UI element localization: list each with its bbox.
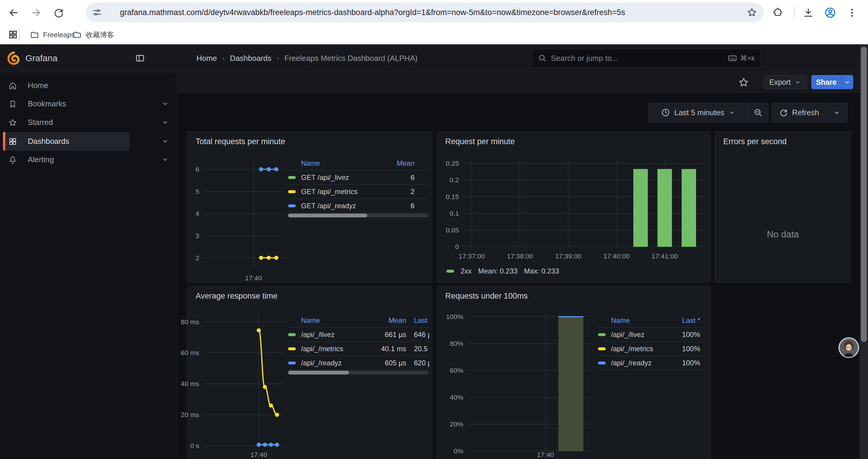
apps-grid-icon	[8, 30, 18, 40]
series-name: 2xx	[461, 267, 471, 275]
chevron-down-icon[interactable]	[161, 156, 169, 163]
bookmarks-bar: Freeleaps 收藏博客	[0, 25, 868, 44]
extensions-button[interactable]	[772, 6, 785, 19]
svg-text:80 ms: 80 ms	[181, 318, 199, 326]
search-input[interactable]: Search or jump to... ⌘+k	[532, 49, 761, 67]
export-button[interactable]: Export	[764, 75, 807, 89]
breadcrumb: Home › Dashboards › Freeleaps Metrics Da…	[196, 44, 417, 72]
panel-errors-per-second: Errors per second No data	[715, 131, 851, 283]
floating-assistant-avatar[interactable]	[838, 337, 859, 358]
profile-button[interactable]	[824, 6, 837, 19]
svg-text:4: 4	[195, 210, 199, 218]
legend-row: /api/_/readyz605 µs620 µs	[288, 356, 429, 370]
grafana-header: Grafana Home › Dashboards › Freeleaps Me…	[0, 44, 868, 72]
legend-row: /api/_/metrics40.1 ms20.5 ms	[288, 342, 429, 356]
zoom-out-button[interactable]	[748, 103, 768, 122]
share-split-button: Share	[811, 75, 853, 89]
toolbar-divider	[794, 6, 795, 19]
bookmark-icon	[8, 100, 17, 108]
sidebar-item-home[interactable]: Home	[3, 76, 129, 95]
apps-button[interactable]	[6, 28, 20, 41]
export-label: Export	[769, 78, 790, 87]
back-icon	[8, 7, 20, 19]
legend-row: GET /api/_livez6	[288, 170, 429, 185]
sidebar-item-alerting[interactable]: Alerting	[3, 150, 129, 169]
sidebar-item-dashboards[interactable]: Dashboards	[3, 132, 129, 151]
breadcrumb-current: Freeleaps Metrics Dashboard (ALPHA)	[284, 54, 418, 63]
legend-table[interactable]: NameMeanGET /api/_livez6GET /api/_metric…	[288, 156, 429, 213]
legend-row[interactable]: 2xx Mean: 0.233 Max: 0.233	[446, 267, 559, 275]
bookmark-star-icon[interactable]	[747, 7, 757, 18]
panel-requests-under-100ms: Requests under 100ms 0%20%40%60%80%100%1…	[437, 286, 711, 459]
bookmark-label: 收藏博客	[86, 30, 114, 40]
chevron-down-icon[interactable]	[161, 137, 169, 145]
svg-text:80%: 80%	[450, 340, 463, 347]
extensions-puzzle-icon	[773, 7, 783, 18]
sidebar-item-label: Bookmarks	[28, 99, 66, 108]
chevron-down-icon	[794, 78, 801, 86]
brand-name[interactable]: Grafana	[25, 44, 57, 72]
legend-scrollbar[interactable]	[288, 214, 428, 218]
kebab-menu-icon	[847, 7, 857, 18]
chevron-down-icon[interactable]	[161, 100, 169, 107]
profile-icon	[824, 7, 836, 19]
breadcrumb-home[interactable]: Home	[196, 54, 217, 63]
time-range-label: Last 5 minutes	[674, 108, 724, 117]
chart-request-per-minute[interactable]: 00.050.10.150.20.2517:37:0017:38:0017:39…	[437, 132, 710, 282]
svg-text:6: 6	[195, 165, 199, 173]
forward-icon	[30, 7, 42, 19]
svg-text:17:40: 17:40	[537, 451, 554, 458]
grafana-logo[interactable]	[7, 52, 21, 65]
legend-row: /api/_/metrics100%	[598, 342, 704, 356]
favorite-star-button[interactable]	[738, 77, 749, 88]
chevron-down-icon[interactable]	[161, 119, 169, 126]
breadcrumb-dashboards[interactable]: Dashboards	[230, 54, 271, 63]
reload-button[interactable]	[52, 6, 65, 19]
scrollbar-thumb[interactable]	[861, 47, 867, 342]
browser-menu-button[interactable]	[845, 6, 859, 19]
legend-scrollbar[interactable]	[288, 371, 428, 374]
time-range-group: Last 5 minutes	[648, 102, 768, 123]
svg-text:17:40: 17:40	[245, 274, 262, 282]
svg-text:60%: 60%	[450, 366, 463, 374]
browser-toolbar: grafana.mathmast.com/d/deytv4rwavabkb/fr…	[0, 0, 868, 25]
site-settings-icon[interactable]	[92, 7, 102, 18]
dock-sidebar-toggle-icon[interactable]	[135, 54, 145, 63]
legend-row: /api/_/readyz100%	[598, 356, 704, 370]
sidebar-item-starred[interactable]: Starred	[3, 113, 129, 132]
sidebar-item-bookmarks[interactable]: Bookmarks	[3, 95, 129, 113]
share-dropdown-button[interactable]	[841, 75, 853, 89]
refresh-button[interactable]: Refresh	[772, 103, 826, 122]
url-bar[interactable]: grafana.mathmast.com/d/deytv4rwavabkb/fr…	[86, 3, 764, 22]
zoom-out-icon	[753, 108, 763, 117]
legend-table[interactable]: NameLast */api/_/livez100%/api/_/metrics…	[598, 314, 704, 370]
sidebar-item-label: Dashboards	[28, 137, 69, 146]
forward-button[interactable]	[30, 6, 42, 19]
browser-chrome: grafana.mathmast.com/d/deytv4rwavabkb/fr…	[0, 0, 868, 44]
svg-text:17:41:00: 17:41:00	[651, 252, 678, 260]
panel-title[interactable]: Errors per second	[723, 137, 787, 146]
time-range-picker[interactable]: Last 5 minutes	[648, 103, 748, 122]
svg-text:0 s: 0 s	[190, 442, 199, 450]
svg-text:17:39:00: 17:39:00	[555, 252, 582, 260]
sidebar-item-label: Home	[28, 81, 48, 90]
refresh-label: Refresh	[792, 108, 819, 117]
share-button[interactable]: Share	[811, 75, 841, 89]
chevron-down-icon	[833, 109, 840, 116]
svg-text:0.05: 0.05	[446, 226, 459, 234]
svg-text:17:40:00: 17:40:00	[603, 252, 629, 260]
svg-text:17:37:00: 17:37:00	[459, 252, 485, 260]
back-button[interactable]	[7, 6, 20, 19]
refresh-interval-dropdown[interactable]	[826, 103, 847, 122]
chart-requests-under-100ms[interactable]: 0%20%40%60%80%100%17:40	[437, 286, 710, 459]
chevron-down-icon	[844, 78, 851, 86]
downloads-button[interactable]	[802, 6, 815, 19]
series-max: Max: 0.233	[524, 267, 559, 275]
panel-average-response-time: Average response time 0 s20 ms40 ms60 ms…	[187, 286, 433, 459]
legend-row: GET /api/_readyz6	[288, 199, 429, 213]
page-scrollbar[interactable]	[860, 44, 868, 459]
legend-table[interactable]: NameMeanLast */api/_/livez661 µs646 µs/a…	[288, 314, 429, 370]
svg-text:20%: 20%	[450, 420, 463, 428]
bookmark-folder-blogs[interactable]: 收藏博客	[68, 28, 118, 42]
svg-text:100%: 100%	[446, 313, 464, 321]
